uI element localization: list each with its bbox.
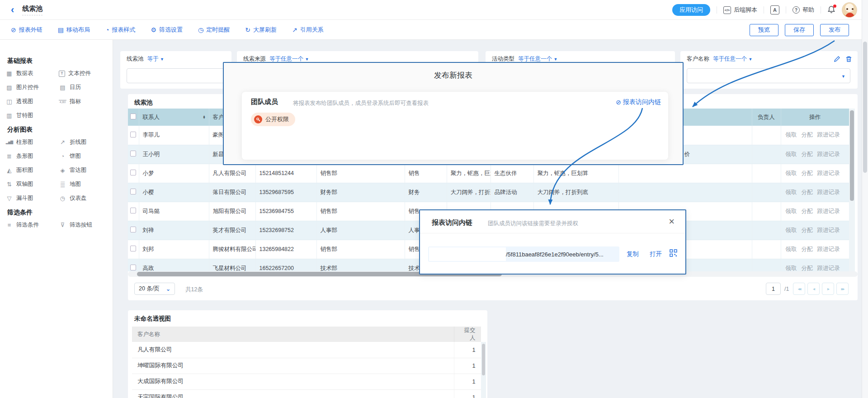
page-scrollbar[interactable] — [862, 0, 868, 398]
row-checkbox[interactable] — [130, 170, 136, 175]
sort-icon[interactable]: ▴▾ — [203, 115, 205, 119]
help-button[interactable]: ? 帮助 — [793, 6, 814, 14]
row-checkbox[interactable] — [130, 208, 136, 213]
sidebar-item-指标[interactable]: 4,80指标 — [59, 98, 109, 105]
app-access-button[interactable]: 应用访问 — [672, 4, 710, 16]
action-跟进记录[interactable]: 跟进记录 — [817, 265, 840, 271]
popup-title: 报表访问内链 — [432, 218, 472, 227]
publish-button[interactable]: 发布 — [820, 24, 849, 36]
row-checkbox[interactable] — [130, 246, 136, 251]
action-跟进记录[interactable]: 跟进记录 — [817, 208, 840, 214]
sidebar-item-甘特图[interactable]: ▥甘特图 — [5, 112, 59, 119]
action-领取[interactable]: 领取 — [786, 208, 797, 214]
page-size-select[interactable]: 20 条/页 ⌄ — [134, 283, 175, 295]
sidebar-item-筛选条件[interactable]: ≡筛选条件 — [5, 221, 59, 229]
row-checkbox[interactable] — [130, 151, 136, 156]
sidebar-section-title: 基础报表 — [7, 57, 113, 65]
filter-operator[interactable]: 等于任意一个 ▼ — [518, 56, 557, 62]
action-分配[interactable]: 分配 — [802, 208, 813, 214]
action-分配[interactable]: 分配 — [802, 151, 813, 157]
copy-link-button[interactable]: 复制 — [627, 250, 639, 258]
action-分配[interactable]: 分配 — [802, 227, 813, 233]
sidebar-item-条形图[interactable]: ≣条形图 — [5, 152, 59, 160]
link-url-field[interactable]: /5f811baeaf8f26e1e2f90eeb/entry/5... — [428, 246, 619, 262]
sidebar-item-柱形图[interactable]: ▂▅▇柱形图 — [5, 138, 59, 146]
back-icon[interactable]: ‹ — [11, 5, 14, 15]
sidebar-item-地图[interactable]: ▒地图 — [59, 180, 109, 188]
preview-button[interactable]: 预览 — [750, 24, 778, 36]
toolbar-item-report-external-link[interactable]: ⊘报表外链 — [11, 26, 42, 34]
customer-select[interactable]: ▼ — [687, 68, 850, 83]
filter-operator[interactable]: 等于任意一个 ▼ — [269, 56, 309, 62]
toolbar-item-mobile-layout[interactable]: ▤移动布局 — [58, 26, 90, 34]
table-cell: 技术部 — [316, 259, 405, 271]
sidebar-item-筛选按钮[interactable]: ⊽筛选按钮 — [59, 221, 109, 229]
sidebar-item-图片控件[interactable]: ▨图片控件 — [5, 84, 59, 91]
sidebar-item-文本控件[interactable]: T文本控件 — [59, 70, 109, 77]
trash-icon[interactable] — [845, 56, 852, 64]
action-分配[interactable]: 分配 — [802, 246, 813, 252]
next-page-button[interactable]: ▸ — [822, 283, 834, 295]
qr-code-icon[interactable] — [670, 249, 677, 258]
report-internal-link[interactable]: ⊘ 报表访问内链 — [616, 98, 661, 106]
action-分配[interactable]: 分配 — [802, 132, 813, 138]
pivot-vertical-scrollbar[interactable] — [481, 342, 486, 398]
backend-script-button[interactable]: </> 后端脚本 — [723, 6, 757, 14]
action-跟进记录[interactable]: 跟进记录 — [817, 189, 840, 195]
avatar[interactable] — [842, 2, 857, 18]
toolbar-item-filter-settings[interactable]: ⚙筛选设置 — [151, 26, 183, 34]
row-checkbox[interactable] — [130, 227, 136, 232]
filter-input[interactable] — [127, 68, 225, 83]
action-领取[interactable]: 领取 — [786, 132, 797, 138]
action-领取[interactable]: 领取 — [786, 246, 797, 252]
action-分配[interactable]: 分配 — [802, 189, 813, 195]
sidebar-item-饼图[interactable]: ◔饼图 — [59, 152, 109, 160]
sidebar-item-日历[interactable]: ▤日历 — [59, 84, 109, 91]
divider — [764, 6, 764, 14]
translate-icon[interactable]: A — [770, 5, 779, 14]
filter-operator[interactable]: 等于任意一个 ▼ — [713, 56, 752, 62]
select-all-checkbox[interactable] — [130, 114, 136, 119]
action-跟进记录[interactable]: 跟进记录 — [817, 170, 840, 176]
action-领取[interactable]: 领取 — [786, 151, 797, 157]
action-分配[interactable]: 分配 — [802, 265, 813, 271]
close-icon[interactable]: × — [669, 216, 675, 227]
action-分配[interactable]: 分配 — [802, 170, 813, 176]
action-领取[interactable]: 领取 — [786, 170, 797, 176]
action-跟进记录[interactable]: 跟进记录 — [817, 227, 840, 233]
edit-icon[interactable] — [834, 56, 840, 64]
toolbar-item-screen-refresh[interactable]: ↻大屏刷新 — [245, 26, 277, 34]
page-number-input[interactable] — [766, 283, 781, 295]
prev-page-button[interactable]: ◂ — [807, 283, 820, 295]
notification-bell-icon[interactable] — [827, 5, 835, 15]
row-checkbox[interactable] — [130, 132, 136, 137]
sidebar-item-数据表[interactable]: ▦数据表 — [5, 70, 59, 77]
row-checkbox[interactable] — [130, 265, 136, 270]
sidebar-item-折线图[interactable]: ↗折线图 — [59, 138, 109, 146]
row-checkbox[interactable] — [130, 189, 136, 194]
toolbar-item-reference-relation[interactable]: ↗引用关系 — [292, 26, 324, 34]
sidebar-item-漏斗图[interactable]: ▽漏斗图 — [5, 194, 59, 202]
public-permission-tag[interactable]: 公开权限 — [251, 113, 295, 126]
action-跟进记录[interactable]: 跟进记录 — [817, 246, 840, 252]
action-跟进记录[interactable]: 跟进记录 — [817, 132, 840, 138]
open-link-button[interactable]: 打开 — [650, 250, 662, 258]
sidebar-item-仪表盘[interactable]: ◷仪表盘 — [59, 194, 109, 202]
action-跟进记录[interactable]: 跟进记录 — [817, 151, 840, 157]
折线图-icon: ↗ — [59, 139, 66, 145]
action-领取[interactable]: 领取 — [786, 189, 797, 195]
first-page-button[interactable]: ◂◂ — [793, 283, 805, 295]
sidebar-item-透视图[interactable]: ◫透视图 — [5, 98, 59, 105]
column-header: 负责人 — [752, 109, 781, 126]
sidebar-item-雷达图[interactable]: ◈雷达图 — [59, 166, 109, 174]
action-领取[interactable]: 领取 — [786, 265, 797, 271]
filter-operator[interactable]: 等于 ▼ — [147, 56, 164, 62]
action-领取[interactable]: 领取 — [786, 227, 797, 233]
last-page-button[interactable]: ▸▸ — [836, 283, 849, 295]
save-button[interactable]: 保存 — [785, 24, 814, 36]
toolbar-item-report-style[interactable]: ◔报表样式 — [105, 26, 135, 34]
sidebar-item-面积图[interactable]: ◭面积图 — [5, 166, 59, 174]
table-vertical-scrollbar[interactable] — [849, 109, 855, 271]
toolbar-item-timed-reminder[interactable]: ◷定时提醒 — [198, 26, 230, 34]
sidebar-item-双轴图[interactable]: ⇅双轴图 — [5, 180, 59, 188]
